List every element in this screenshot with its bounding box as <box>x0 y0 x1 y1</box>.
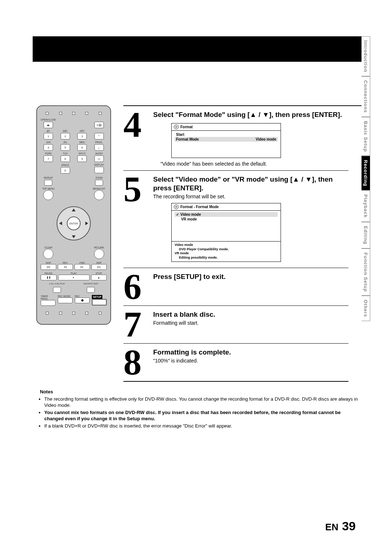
disc-icon <box>174 204 179 209</box>
page: Introduction Connections Basic Setup Rec… <box>0 0 392 555</box>
key-5[interactable]: 5 <box>61 144 70 151</box>
step-number: 8 <box>123 347 149 377</box>
dpad: ENTER <box>54 203 94 243</box>
step-8-title: Formatting is complete. <box>153 348 348 357</box>
step-6: 6 Press [SETUP] to exit. <box>123 268 348 306</box>
steps-column: 4 Select "Format Mode" using [▲ / ▼], th… <box>123 105 363 382</box>
dpad-left-icon[interactable] <box>59 222 62 225</box>
tab-recording[interactable]: Recording <box>362 156 370 190</box>
tab-editing[interactable]: Editing <box>362 222 370 248</box>
key-8[interactable]: 8 <box>61 155 70 162</box>
rec-label: REC <box>75 295 90 297</box>
key-0[interactable]: 0 <box>61 167 70 174</box>
menu-list-label: MENU/LIST <box>91 187 107 190</box>
clear-label: CLEAR <box>41 246 56 249</box>
pause-button[interactable]: ❚❚ <box>41 275 57 280</box>
step-7: 7 Insert a blank disc. Formatting will s… <box>123 306 348 344</box>
play-button[interactable]: ▸ <box>58 275 90 280</box>
note-item: You cannot mix two formats on one DVD-RW… <box>44 409 359 422</box>
rec-mode-button[interactable] <box>58 297 73 303</box>
power-button[interactable]: I/⏻ <box>94 122 104 128</box>
notes-header: Notes <box>40 389 359 395</box>
step-7-title: Insert a blank disc. <box>153 310 348 319</box>
tab-basic-setup[interactable]: Basic Setup <box>362 117 370 156</box>
tab-function-setup[interactable]: Function Setup <box>362 248 370 296</box>
rev-button[interactable]: ◂◂ <box>58 264 73 270</box>
step-number: 4 <box>123 109 149 140</box>
instant-skip-button[interactable] <box>87 287 95 293</box>
open-close-label: OPEN/CLOSE <box>41 118 56 121</box>
top-menu-label: TOP MENU <box>41 187 56 190</box>
menu-list-button[interactable] <box>94 190 104 200</box>
rec-mode-label: REC MODE <box>58 295 73 297</box>
skip-next-button[interactable]: ▸▸| <box>91 264 107 270</box>
disc-icon <box>174 125 179 129</box>
step-number: 7 <box>123 309 149 340</box>
osd-format: Format Start Format ModeVideo mode <box>171 123 281 158</box>
return-button[interactable] <box>94 249 104 259</box>
step-5-title: Select "Video mode" or "VR mode" using [… <box>153 175 348 193</box>
key-6[interactable]: 6 <box>77 144 87 151</box>
step-4-title: Select "Format Mode" using [▲ / ▼], then… <box>153 110 348 119</box>
step-number: 5 <box>123 174 149 204</box>
key-audio[interactable]: ▭ <box>94 155 104 162</box>
timer-prog-label: TIMER PROG. <box>41 295 56 300</box>
eject-button[interactable]: ⏏ <box>44 122 53 128</box>
page-number: EN39 <box>325 519 356 533</box>
side-tabs: Introduction Connections Basic Setup Rec… <box>362 36 370 321</box>
header-bar <box>33 36 363 62</box>
skip-prev-button[interactable]: |◂◂ <box>41 264 56 270</box>
clear-button[interactable] <box>43 249 53 259</box>
key-9[interactable]: 9 <box>77 155 87 162</box>
dpad-up-icon[interactable] <box>72 208 75 211</box>
key-display[interactable] <box>94 167 104 173</box>
step-4-caption: "Video mode" has been selected as the de… <box>160 161 348 167</box>
step-6-title: Press [SETUP] to exit. <box>153 272 348 281</box>
speed-play-button[interactable] <box>53 287 61 293</box>
step-5-sub: The recording format will be set. <box>153 194 348 199</box>
remote-control: OPEN/CLOSE ⏏ I/⏻ @/:1 ABC2 DEF3 ⌃ GHI4 J… <box>36 105 111 325</box>
key-up[interactable]: ⌃ <box>94 133 104 139</box>
osd-format-mode: Format - Format Mode Video mode VR mode … <box>171 203 281 262</box>
return-label: RETURN <box>91 246 107 249</box>
setup-label: SETUP <box>92 295 102 299</box>
notes-block: Notes The recording format setting is ef… <box>40 389 359 430</box>
step-number: 6 <box>123 271 149 302</box>
instant-skip-label: INSTANT SKIP <box>83 283 98 285</box>
setup-button[interactable] <box>92 299 107 305</box>
tab-playback[interactable]: Playback <box>362 190 370 222</box>
repeat-label: REPEAT <box>41 177 56 179</box>
repeat-button[interactable] <box>44 180 52 186</box>
tab-others[interactable]: Others <box>362 296 370 321</box>
speed-play-label: 1.3x / 0.8x PLAY <box>49 283 65 285</box>
key-down[interactable]: ⌄ <box>94 144 104 151</box>
rec-button[interactable] <box>75 297 90 303</box>
note-item: If a blank DVD+R or DVD+RW disc is inser… <box>44 423 359 429</box>
step-8: 8 Formatting is complete. "100%" is indi… <box>123 344 348 382</box>
step-7-sub: Formatting will start. <box>153 320 348 326</box>
step-4: 4 Select "Format Mode" using [▲ / ▼], th… <box>123 106 348 171</box>
fwd-button[interactable]: ▸▸ <box>74 264 90 270</box>
step-5: 5 Select "Video mode" or "VR mode" using… <box>123 171 348 268</box>
tab-connections[interactable]: Connections <box>362 76 370 117</box>
key-7[interactable]: 7 <box>44 155 53 162</box>
tab-introduction[interactable]: Introduction <box>362 36 370 76</box>
key-1[interactable]: 1 <box>44 133 53 139</box>
key-2[interactable]: 2 <box>61 133 70 139</box>
enter-button[interactable]: ENTER <box>67 216 81 230</box>
dpad-right-icon[interactable] <box>85 222 88 225</box>
zoom-button[interactable] <box>95 180 103 186</box>
key-4[interactable]: 4 <box>44 144 53 151</box>
step-8-sub: "100%" is indicated. <box>153 358 348 364</box>
timer-prog-button[interactable] <box>41 300 56 306</box>
top-menu-button[interactable] <box>43 190 53 200</box>
zoom-label: ZOOM <box>91 177 107 179</box>
note-item: The recording format setting is effectiv… <box>44 396 359 409</box>
dpad-down-icon[interactable] <box>72 235 75 238</box>
remote-column: OPEN/CLOSE ⏏ I/⏻ @/:1 ABC2 DEF3 ⌃ GHI4 J… <box>33 105 116 382</box>
stop-button[interactable]: ■ <box>91 275 107 280</box>
key-3[interactable]: 3 <box>77 133 87 139</box>
